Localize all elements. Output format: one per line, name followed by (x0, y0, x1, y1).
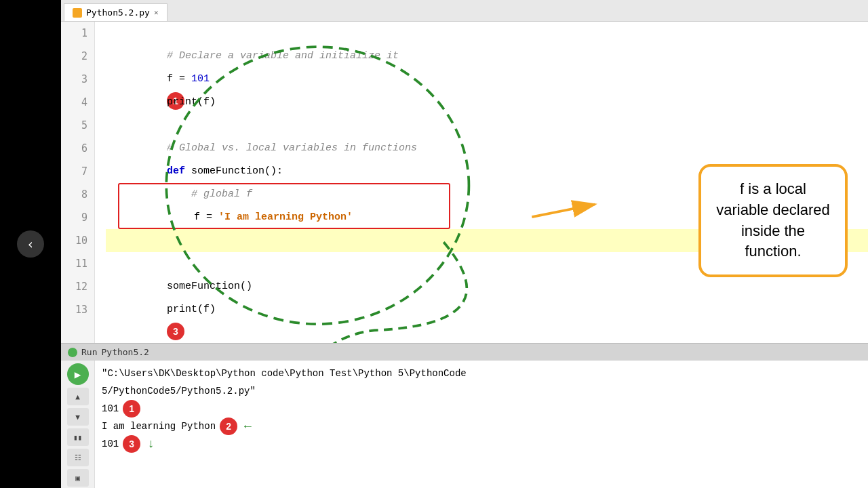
terminal-line-path2: 5/PythonCode5/Python5.2.py" (102, 382, 861, 400)
terminal-icon-btn[interactable]: ▣ (67, 469, 89, 487)
code-line-6: def someFunction(): (106, 137, 868, 160)
terminal-output: "C:\Users\DK\Desktop\Python code\Python … (95, 361, 868, 488)
code-line-5: # Global vs. local variables in function… (106, 114, 868, 137)
down-arrow-icon: ↓ (147, 435, 155, 453)
code-line-3: print(f) (106, 68, 868, 91)
tab-close-button[interactable]: ✕ (154, 8, 159, 17)
term-path-text2: 5/PythonCode5/Python5.2.py" (102, 382, 256, 400)
grid-button[interactable]: ☷ (67, 449, 89, 466)
terminal-run-label: Run (81, 347, 97, 357)
term-badge-1: 1 (123, 400, 140, 418)
terminal-header: Run Python5.2 (61, 343, 868, 361)
editor-area: 1 2 3 4 5 6 7 8 9 10 11 12 13 # Declare … (61, 22, 868, 488)
term-101-text: 101 (102, 400, 119, 418)
badge-3: 3 (167, 323, 184, 340)
scroll-up-button[interactable]: ▲ (67, 388, 89, 405)
code-line-2: f = 101 1 (106, 45, 868, 68)
terminal-controls: ▶ ▲ ▼ ▮▮ ☷ ▣ (61, 361, 95, 488)
code-line-13 (106, 298, 868, 321)
terminal-filename: Python5.2 (101, 347, 149, 357)
callout-box: f is a local variable declared inside th… (698, 164, 848, 277)
python-file-icon (73, 8, 82, 18)
terminal-line-101b: 101 3 ↓ (102, 435, 861, 453)
file-tab[interactable]: Python5.2.py ✕ (64, 3, 167, 21)
code-line-4 (106, 91, 868, 114)
term-badge-3: 3 (123, 435, 140, 453)
callout-text: f is a local variable declared inside th… (716, 180, 830, 260)
term-learning-text: I am learning Python (102, 418, 216, 435)
scroll-down-button[interactable]: ▼ (67, 408, 89, 426)
play-button[interactable]: ▶ (67, 363, 89, 385)
tab-filename: Python5.2.py (86, 7, 150, 18)
left-arrow-icon: ← (244, 418, 252, 435)
code-content-area: # Declare a variable and initialize it f… (95, 22, 868, 343)
run-icon (68, 348, 77, 357)
tab-bar: Python5.2.py ✕ (61, 0, 868, 22)
terminal-line-101a: 101 1 (102, 400, 861, 418)
pause-button[interactable]: ▮▮ (67, 428, 89, 446)
code-line-12: print(f) 3 (106, 275, 868, 298)
terminal-line-path1: "C:\Users\DK\Desktop\Python code\Python … (102, 365, 861, 382)
term-badge-2: 2 (220, 418, 237, 435)
term-path-text: "C:\Users\DK\Desktop\Python code\Python … (102, 365, 467, 382)
left-nav-arrow[interactable]: ‹ (17, 230, 44, 258)
code-editor: 1 2 3 4 5 6 7 8 9 10 11 12 13 # Declare … (61, 22, 868, 343)
terminal-line-learning: I am learning Python 2 ← (102, 418, 861, 435)
main-container: Python5.2.py ✕ 1 2 3 4 5 6 7 8 9 10 11 1… (61, 0, 868, 488)
line-numbers: 1 2 3 4 5 6 7 8 9 10 11 12 13 (61, 22, 95, 343)
term-101b-text: 101 (102, 435, 119, 453)
code-line-1: # Declare a variable and initialize it (106, 22, 868, 45)
left-sidebar: ‹ (0, 0, 61, 488)
terminal-body: ▶ ▲ ▼ ▮▮ ☷ ▣ "C:\Users\DK\Desktop\Python… (61, 361, 868, 488)
